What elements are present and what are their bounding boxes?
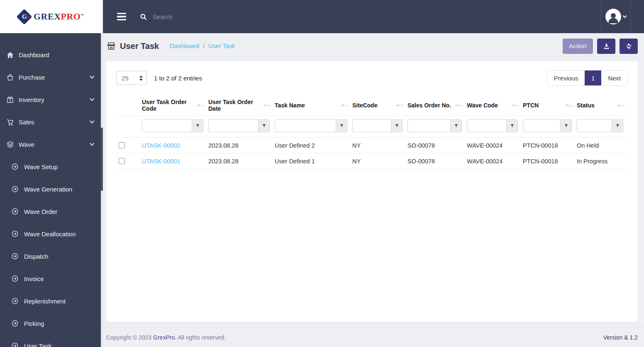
refresh-button[interactable]	[620, 39, 638, 54]
cell-task-name: User Defined 2	[275, 138, 352, 153]
user-task-code-link[interactable]: UTASK-00002	[142, 142, 180, 149]
table-filter-row	[116, 116, 628, 138]
hamburger-icon	[117, 13, 126, 15]
column-header-sales-order-no: Sales Order No.	[407, 95, 467, 116]
filter-input-wave-code[interactable]	[467, 120, 506, 132]
sidebar-subitem-wave-generation[interactable]: Wave Generation	[0, 178, 103, 200]
sort-asc-icon[interactable]	[456, 104, 459, 108]
sort-asc-icon[interactable]	[197, 104, 200, 108]
column-header-wave-code: Wave Code	[467, 95, 523, 116]
basket-icon	[6, 73, 14, 81]
sidebar-subitem-wave-order[interactable]: Wave Order	[0, 200, 103, 223]
home-icon	[6, 51, 14, 59]
sort-desc-icon[interactable]	[345, 103, 349, 107]
filter-input-task-name[interactable]	[275, 120, 336, 132]
sort-desc-icon[interactable]	[516, 103, 519, 107]
download-button[interactable]	[597, 39, 615, 54]
filter-input-user-task-order-code[interactable]	[142, 120, 192, 132]
stepper-icon	[139, 75, 143, 81]
user-icon	[606, 10, 620, 24]
brand-logo-icon: G	[16, 9, 32, 24]
funnel-icon	[339, 124, 344, 128]
search-input[interactable]	[153, 13, 327, 20]
footer: Copyright © 2023 GrexPro. All rights res…	[103, 328, 644, 347]
cell-wave-code: WAVE-00024	[467, 153, 523, 169]
copyright-text: Copyright © 2023 GrexPro. All rights res…	[106, 334, 226, 341]
sidebar-subitem-wave-setup[interactable]: Wave Setup	[0, 155, 103, 178]
user-task-code-link[interactable]: UTASK-00001	[142, 158, 180, 165]
cell-sales-order-no: SO-00078	[407, 138, 467, 153]
chevron-down-icon	[90, 141, 94, 146]
sidebar-item-purchase[interactable]: Purchase	[0, 66, 103, 88]
filter-input-status[interactable]	[577, 120, 612, 132]
filter-button[interactable]	[450, 120, 461, 132]
sidebar-item-dashboard[interactable]: Dashboard	[0, 44, 103, 66]
sidebar-subitem-dispatch[interactable]: Dispatch	[0, 245, 103, 267]
search-icon	[139, 13, 147, 21]
sort-asc-icon[interactable]	[263, 104, 267, 108]
action-button[interactable]: Action	[563, 39, 593, 54]
sidebar-subitem-invoice[interactable]: Invoice	[0, 267, 103, 290]
cell-sitecode: NY	[352, 138, 407, 153]
pagination-previous[interactable]: Previous	[547, 70, 585, 85]
breadcrumb-current[interactable]: User Task	[208, 43, 235, 49]
breadcrumb-separator: /	[203, 43, 205, 49]
page-size-select[interactable]: 25	[116, 71, 147, 85]
footer-brand-link[interactable]: GrexPro.	[153, 334, 176, 341]
sidebar-subitem-wave-deallocation[interactable]: Wave Deallocation	[0, 223, 103, 245]
breadcrumb-link-dashboard[interactable]: Dashboard	[170, 43, 199, 49]
filter-input-sitecode[interactable]	[353, 120, 391, 132]
sort-desc-icon[interactable]	[201, 103, 205, 107]
sort-desc-icon[interactable]	[621, 103, 624, 107]
sort-desc-icon[interactable]	[268, 103, 271, 107]
filter-input-sales-order-no[interactable]	[408, 120, 450, 132]
filter-button[interactable]	[612, 120, 623, 132]
sort-asc-icon[interactable]	[396, 104, 400, 108]
filter-button[interactable]	[506, 120, 517, 132]
row-checkbox[interactable]	[119, 142, 125, 148]
page-title: User Task	[120, 41, 159, 51]
breadcrumb: Dashboard / User Task	[170, 43, 235, 49]
filter-button[interactable]	[336, 120, 347, 132]
layers-icon	[6, 140, 14, 148]
column-header-sitecode: SiteCode	[352, 95, 407, 116]
column-header-user-task-order-code: User Task Order Code	[142, 95, 208, 116]
menu-toggle-button[interactable]	[115, 10, 129, 23]
sidebar: G GREXPRO™ Dashboard Purchase Inventory	[0, 0, 103, 347]
sort-asc-icon[interactable]	[341, 104, 344, 108]
row-checkbox[interactable]	[119, 158, 125, 164]
sidebar-subitem-picking[interactable]: Picking	[0, 312, 103, 335]
sort-desc-icon[interactable]	[400, 103, 404, 107]
sort-asc-icon[interactable]	[512, 104, 515, 108]
filter-button[interactable]	[391, 120, 402, 132]
pagination-next[interactable]: Next	[601, 70, 627, 85]
sidebar-item-wave[interactable]: Wave	[0, 133, 103, 155]
sidebar-item-inventory[interactable]: Inventory	[0, 88, 103, 111]
sidebar-scrollbar-thumb[interactable]	[101, 128, 103, 191]
sidebar-subitem-replenishment[interactable]: Replenishment	[0, 290, 103, 312]
funnel-icon	[454, 124, 459, 128]
column-header-task-name: Task Name	[275, 95, 352, 116]
cell-order-date: 2023.08.28	[208, 138, 275, 153]
filter-button[interactable]	[560, 120, 571, 132]
filter-button[interactable]	[258, 120, 269, 132]
sidebar-scrollbar[interactable]	[101, 33, 103, 347]
sort-asc-icon[interactable]	[617, 104, 620, 108]
filter-input-ptcn[interactable]	[523, 120, 560, 132]
user-menu[interactable]	[601, 0, 631, 33]
sidebar-subitem-user-task[interactable]: User Task	[0, 335, 103, 347]
sort-desc-icon[interactable]	[570, 103, 573, 107]
brand-logo[interactable]: G GREXPRO™	[0, 0, 103, 33]
pagination-page-1[interactable]: 1	[585, 70, 601, 85]
sidebar-item-sales[interactable]: Sales	[0, 111, 103, 133]
cell-ptcn: PTCN-00018	[523, 153, 577, 169]
arrow-circle-right-icon	[11, 297, 19, 305]
trademark-symbol: ™	[81, 13, 85, 17]
pagination: Previous 1 Next	[547, 70, 628, 86]
filter-button[interactable]	[192, 120, 203, 132]
filter-input-user-task-order-date[interactable]	[209, 120, 258, 132]
sort-desc-icon[interactable]	[460, 103, 463, 107]
chevron-down-icon	[623, 14, 627, 18]
sort-asc-icon[interactable]	[566, 104, 569, 108]
storefront-icon	[106, 41, 116, 51]
